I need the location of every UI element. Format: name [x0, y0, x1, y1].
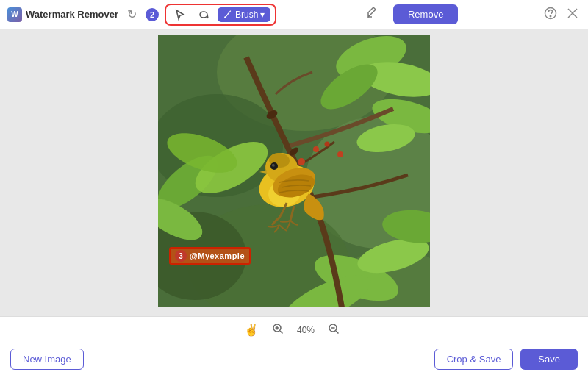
svg-line-1 [207, 15, 208, 18]
zoom-bar: ✌ 40% [0, 316, 588, 343]
new-image-button[interactable]: New Image [10, 349, 84, 370]
crop-save-button[interactable]: Crop & Save [434, 349, 514, 370]
svg-point-38 [313, 146, 319, 152]
bird-image [158, 35, 430, 307]
watermark-step-badge: 3 [175, 250, 187, 262]
selection-tool-button[interactable] [171, 7, 190, 23]
svg-point-5 [550, 15, 551, 16]
svg-point-40 [337, 151, 343, 157]
zoom-out-button[interactable] [323, 321, 344, 340]
step-badge: 2 [146, 8, 159, 21]
footer: New Image Crop & Save Save [0, 343, 588, 375]
brush-label: Brush [235, 10, 258, 20]
svg-point-0 [200, 12, 207, 18]
svg-point-37 [298, 158, 305, 165]
hand-tool-icon[interactable]: ✌ [244, 323, 259, 337]
titlebar-right [541, 4, 581, 25]
titlebar-center: Remove [359, 2, 458, 26]
svg-point-34 [273, 165, 274, 166]
titlebar: W Watermark Remover ↻ 2 [0, 0, 588, 29]
svg-point-2 [224, 16, 226, 18]
remove-button[interactable]: Remove [393, 4, 458, 24]
watermark-text: @Myexample [190, 251, 245, 260]
image-container: 3 @Myexample [158, 35, 430, 310]
tool-group: Brush ▾ [165, 4, 276, 26]
footer-right: Crop & Save Save [434, 349, 578, 370]
watermark-selection-box[interactable]: 3 @Myexample [169, 247, 251, 265]
save-button[interactable]: Save [520, 349, 578, 370]
erase-button[interactable] [359, 2, 386, 26]
lasso-tool-button[interactable] [194, 7, 213, 23]
brush-tool-button[interactable]: Brush ▾ [218, 7, 270, 22]
titlebar-left: W Watermark Remover ↻ 2 [7, 4, 276, 26]
brush-dropdown-icon: ▾ [260, 10, 265, 20]
zoom-in-button[interactable] [268, 321, 288, 340]
app-title: Watermark Remover [26, 9, 118, 20]
app-logo-icon: W [7, 7, 22, 22]
zoom-level: 40% [297, 325, 315, 335]
back-button[interactable]: ↻ [124, 4, 140, 24]
svg-line-44 [280, 331, 283, 334]
svg-point-39 [325, 142, 330, 147]
main-canvas-area: 3 @Myexample [0, 29, 588, 316]
svg-line-48 [336, 331, 339, 334]
close-button[interactable] [564, 5, 581, 24]
app-logo: W Watermark Remover [7, 7, 118, 22]
help-button[interactable] [541, 4, 560, 25]
